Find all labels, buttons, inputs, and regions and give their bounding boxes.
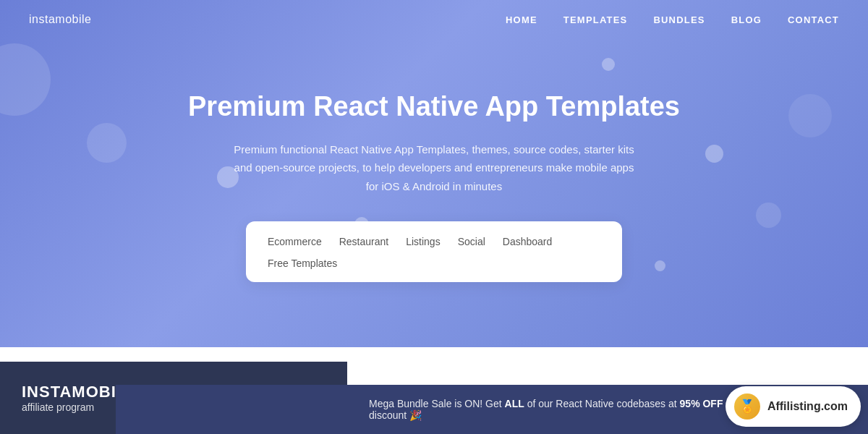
promo-text-before: Mega Bundle Sale is ON! Get [369,398,505,409]
promo-text-middle: of our React Native codebases at [524,398,680,409]
navbar: instamobile HOME TEMPLATES BUNDLES BLOG … [0,0,868,39]
nav-item-home[interactable]: HOME [506,13,537,26]
badge-icon: 🏅 [734,393,760,420]
filter-tab-dashboard[interactable]: Dashboard [503,234,553,249]
deco-circle-6 [705,145,723,163]
hero-title: Premium React Native App Templates [188,90,680,124]
brand-logo[interactable]: instamobile [29,13,91,26]
filter-tab-listings[interactable]: Listings [406,234,440,249]
hero-section: instamobile HOME TEMPLATES BUNDLES BLOG … [0,0,868,347]
deco-circle-2 [87,123,127,163]
filter-tab-ecommerce[interactable]: Ecommerce [268,234,322,249]
deco-circle-5 [602,58,615,71]
deco-circle-7 [788,94,832,137]
promo-text-after: discount 🎉 [369,409,422,421]
filter-row-2: Free Templates [268,256,600,271]
nav-item-contact[interactable]: CONTACT [788,13,839,26]
filter-tab-free[interactable]: Free Templates [268,256,337,271]
nav-item-templates[interactable]: TEMPLATES [563,13,628,26]
filter-tab-restaurant[interactable]: Restaurant [339,234,388,249]
deco-circle-9 [655,260,665,271]
badge-text: Affilisting.com [767,400,848,413]
filter-tab-social[interactable]: Social [458,234,485,249]
filter-row-1: Ecommerce Restaurant Listings Social Das… [268,234,600,249]
filter-container: Ecommerce Restaurant Listings Social Das… [246,221,622,282]
promo-bold-all: ALL [505,398,524,409]
nav-item-blog[interactable]: BLOG [731,13,762,26]
deco-circle-3 [217,166,239,188]
hero-content: Premium React Native App Templates Premi… [0,25,868,347]
hero-subtitle: Premium functional React Native App Temp… [231,140,637,196]
nav-item-bundles[interactable]: BUNDLES [653,13,705,26]
promo-bold-discount: 95% OFF [680,398,723,409]
affilisting-badge[interactable]: 🏅 Affilisting.com [726,386,861,427]
deco-circle-8 [756,203,781,228]
promo-text: Mega Bundle Sale is ON! Get ALL of our R… [369,398,751,421]
nav-links: HOME TEMPLATES BUNDLES BLOG CONTACT [506,13,839,26]
bottom-section: INSTAMOBILE affiliate program Mega Bundl… [0,347,868,434]
deco-circle-4 [354,217,369,231]
